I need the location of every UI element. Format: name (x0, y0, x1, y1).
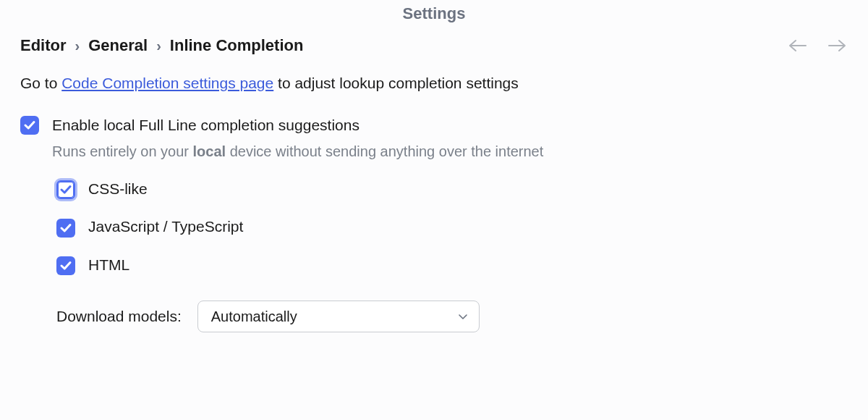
intro-suffix: to adjust lookup completion settings (273, 75, 519, 91)
code-completion-settings-link[interactable]: Code Completion settings page (61, 75, 273, 91)
forward-arrow-icon[interactable] (827, 38, 848, 53)
intro-prefix: Go to (20, 75, 61, 91)
enable-fullline-checkbox[interactable] (20, 116, 39, 135)
page-title: Settings (0, 0, 868, 36)
lang-css-label: CSS-like (88, 178, 148, 200)
breadcrumb-editor[interactable]: Editor (20, 36, 67, 55)
lang-html-row: HTML (56, 254, 848, 276)
fullline-desc-bold: local (193, 143, 226, 159)
fullline-description: Runs entirely on your local device witho… (52, 141, 848, 162)
lang-html-checkbox[interactable] (56, 256, 75, 275)
lang-html-label: HTML (88, 254, 129, 276)
nav-arrows (787, 38, 848, 53)
lang-js-row: JavaScript / TypeScript (56, 216, 848, 238)
breadcrumb-separator: › (156, 38, 161, 54)
enable-fullline-label: Enable local Full Line completion sugges… (52, 114, 359, 136)
lang-js-label: JavaScript / TypeScript (88, 216, 243, 238)
lang-css-checkbox[interactable] (56, 180, 75, 199)
download-models-value: Automatically (211, 306, 297, 327)
download-models-row: Download models: Automatically (56, 301, 848, 332)
enable-fullline-row: Enable local Full Line completion sugges… (20, 114, 848, 136)
fullline-desc-prefix: Runs entirely on your (52, 143, 193, 159)
content-area: Go to Code Completion settings page to a… (0, 72, 868, 332)
intro-text: Go to Code Completion settings page to a… (20, 72, 848, 94)
lang-js-checkbox[interactable] (56, 219, 75, 238)
breadcrumb-inline-completion: Inline Completion (170, 36, 304, 55)
download-models-select[interactable]: Automatically (197, 301, 480, 332)
back-arrow-icon[interactable] (787, 38, 807, 53)
download-models-label: Download models: (56, 306, 182, 327)
chevron-down-icon (457, 311, 469, 322)
lang-css-row: CSS-like (56, 178, 848, 200)
fullline-desc-suffix: device without sending anything over the… (226, 143, 543, 159)
breadcrumb-separator: › (75, 38, 80, 54)
breadcrumb-general[interactable]: General (88, 36, 148, 55)
breadcrumb: Editor › General › Inline Completion (20, 36, 303, 55)
language-checkboxes: CSS-like JavaScript / TypeScript HTML (56, 178, 848, 276)
header-row: Editor › General › Inline Completion (0, 36, 868, 72)
